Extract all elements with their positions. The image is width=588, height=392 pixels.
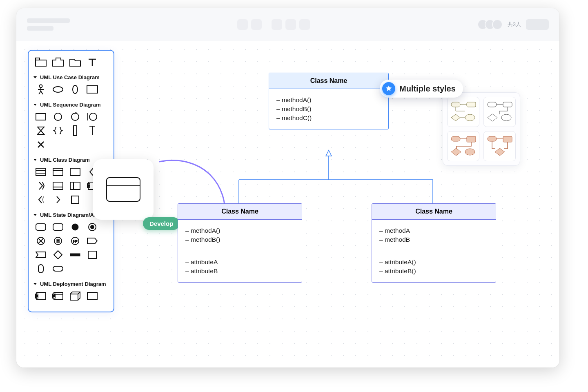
uml-title: Class Name <box>178 204 302 220</box>
diagram-canvas[interactable]: UML Use Case Diagram UML Sequence Diagra… <box>16 41 559 368</box>
tool-button[interactable] <box>251 19 262 30</box>
shape-text-icon[interactable] <box>85 56 100 68</box>
uml-class-right[interactable]: Class Name methodA methodB attributeA() … <box>372 203 496 283</box>
pill-horiz-icon[interactable] <box>51 263 65 274</box>
section-sequence[interactable]: UML Sequence Diagram <box>32 98 110 109</box>
diamond-icon[interactable] <box>51 249 65 261</box>
svg-rect-11 <box>70 168 80 176</box>
uml-method: methodB() <box>185 236 294 243</box>
develop-badge: Develop <box>143 217 180 230</box>
uml-parent-title: Class Name <box>269 73 388 89</box>
ellipse-tall-icon[interactable] <box>68 84 82 95</box>
square-icon[interactable] <box>68 194 82 205</box>
topbar: 共3人 <box>16 8 559 41</box>
angle-close-icon[interactable] <box>51 194 65 205</box>
uml-method: methodB <box>379 236 488 243</box>
angle-open-icon[interactable] <box>33 194 48 205</box>
toolbar-placeholder <box>237 19 310 30</box>
rect-small-icon[interactable] <box>33 111 48 122</box>
signal-recv-icon[interactable] <box>33 249 48 261</box>
ellipse-wide-icon[interactable] <box>51 84 65 95</box>
x-icon[interactable] <box>33 139 48 150</box>
shape-tab-icon[interactable] <box>51 56 65 68</box>
svg-rect-4 <box>36 114 46 120</box>
style-thumb-4[interactable] <box>483 131 516 161</box>
collaborator-count: 共3人 <box>508 21 521 28</box>
class-3sec-icon[interactable] <box>33 166 48 178</box>
shape-folder-icon[interactable] <box>68 56 82 68</box>
node-icon[interactable] <box>68 290 82 302</box>
uml-class-left[interactable]: Class Name methodA() methodB() attribute… <box>178 203 302 283</box>
circle-bar-icon[interactable] <box>85 111 100 122</box>
hstar-circle-icon[interactable]: H* <box>68 235 82 247</box>
signal-send-icon[interactable] <box>85 235 100 247</box>
bar-icon[interactable] <box>68 249 82 261</box>
svg-text:H: H <box>56 239 59 243</box>
svg-rect-41 <box>467 102 476 107</box>
round-rect2-icon[interactable] <box>51 221 65 233</box>
uml-class-parent[interactable]: Class Name methodA() methodB() methodC() <box>269 73 389 129</box>
svg-rect-12 <box>53 182 63 189</box>
svg-rect-49 <box>488 136 497 141</box>
component2-icon[interactable] <box>33 290 48 302</box>
svg-rect-17 <box>71 196 79 203</box>
uml-attribute: attributeB <box>185 267 294 275</box>
uml-method: methodC() <box>276 114 381 122</box>
svg-point-1 <box>53 87 63 92</box>
end-state-icon[interactable] <box>85 221 100 233</box>
circle-x-icon[interactable] <box>33 235 48 247</box>
doc-title-placeholder <box>27 18 70 31</box>
svg-point-2 <box>73 85 78 94</box>
dragged-shape-preview[interactable] <box>93 159 154 220</box>
svg-point-5 <box>54 113 62 120</box>
split-vert-icon[interactable] <box>68 180 82 192</box>
collaborator-avatars[interactable] <box>477 19 503 30</box>
svg-point-20 <box>72 224 78 230</box>
class-bottom-icon[interactable] <box>51 180 65 192</box>
rect-icon[interactable] <box>85 84 100 95</box>
section-usecase[interactable]: UML Use Case Diagram <box>32 71 110 82</box>
tool-button[interactable] <box>237 19 248 30</box>
circle-arrow-icon[interactable] <box>68 111 82 122</box>
uml-attribute: attributeA <box>185 258 294 266</box>
svg-point-48 <box>465 149 475 155</box>
braces-icon[interactable] <box>51 125 65 136</box>
svg-rect-50 <box>503 136 512 142</box>
style-thumb-2[interactable] <box>483 97 516 127</box>
section-deployment[interactable]: UML Deployment Diagram <box>32 278 110 289</box>
svg-point-7 <box>89 113 97 120</box>
hourglass-icon[interactable] <box>33 125 48 136</box>
tool-button[interactable] <box>272 19 282 30</box>
rect3-icon[interactable] <box>85 290 100 302</box>
delim-right-icon[interactable] <box>33 180 48 192</box>
class-1sec-icon[interactable] <box>68 166 82 178</box>
h-circle-icon[interactable]: H <box>51 235 65 247</box>
svg-rect-3 <box>87 86 98 93</box>
style-thumb-1[interactable] <box>447 97 479 127</box>
uml-method: methodA() <box>276 96 381 104</box>
lifeline-icon[interactable] <box>68 125 82 136</box>
class-2sec-icon[interactable] <box>51 166 65 178</box>
round-rect-icon[interactable] <box>33 221 48 233</box>
actor-icon[interactable] <box>33 84 48 95</box>
tool-button[interactable] <box>285 19 296 30</box>
uml-method: methodB() <box>276 105 381 113</box>
svg-rect-31 <box>53 266 63 271</box>
pill-vert-icon[interactable] <box>33 263 48 274</box>
svg-rect-8 <box>74 126 77 136</box>
share-button[interactable] <box>526 19 549 30</box>
tool-button[interactable] <box>299 19 310 30</box>
solid-circle-icon[interactable] <box>68 221 82 233</box>
note-icon[interactable] <box>85 249 100 261</box>
svg-text:H*: H* <box>73 239 77 243</box>
svg-rect-29 <box>88 251 96 258</box>
circle-icon[interactable] <box>51 111 65 122</box>
styles-badge[interactable]: Multiple styles <box>380 80 463 98</box>
style-thumb-3[interactable] <box>447 131 479 161</box>
shape-package-icon[interactable] <box>33 56 48 68</box>
styles-badge-label: Multiple styles <box>399 84 456 94</box>
anchor-icon[interactable] <box>85 125 100 136</box>
svg-rect-43 <box>488 102 497 107</box>
component3-icon[interactable] <box>51 290 65 302</box>
svg-rect-13 <box>70 182 80 189</box>
